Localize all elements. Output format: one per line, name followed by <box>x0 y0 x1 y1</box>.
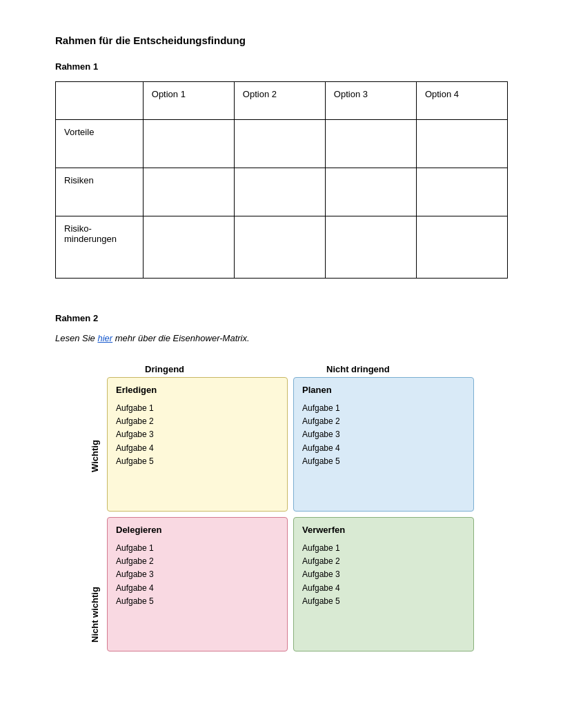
decision-table: Option 1 Option 2 Option 3 Option 4 Vort… <box>55 81 508 279</box>
erledigen-task-5: Aufgabe 5 <box>116 455 279 468</box>
matrix-side-labels: Wichtig Nicht wichtig <box>83 377 107 694</box>
risikominderungen-cell-2[interactable] <box>234 216 325 279</box>
erledigen-task-1: Aufgabe 1 <box>116 402 279 415</box>
table-row-risiken: Risiken <box>56 168 508 216</box>
cell-erledigen[interactable]: Erledigen Aufgabe 1 Aufgabe 2 Aufgabe 3 … <box>107 377 288 512</box>
risiken-cell-3[interactable] <box>325 168 416 216</box>
row-label-risiken: Risiken <box>56 168 144 216</box>
risikominderungen-cell-1[interactable] <box>143 216 234 279</box>
planen-task-1: Aufgabe 1 <box>302 402 465 415</box>
planen-task-3: Aufgabe 3 <box>302 428 465 441</box>
matrix-top-labels: Dringend Nicht dringend <box>145 364 508 374</box>
planen-task-5: Aufgabe 5 <box>302 455 465 468</box>
cell-verwerfen[interactable]: Verwerfen Aufgabe 1 Aufgabe 2 Aufgabe 3 … <box>293 517 474 651</box>
matrix-grid: Erledigen Aufgabe 1 Aufgabe 2 Aufgabe 3 … <box>107 377 474 694</box>
rahmen2-intro: Lesen Sie hier mehr über die Eisenhower-… <box>55 333 508 343</box>
delegieren-task-4: Aufgabe 4 <box>116 582 279 595</box>
main-title: Rahmen für die Entscheidungsfindung <box>55 34 508 46</box>
cell-planen[interactable]: Planen Aufgabe 1 Aufgabe 2 Aufgabe 3 Auf… <box>293 377 474 512</box>
delegieren-title: Delegieren <box>116 525 279 535</box>
planen-title: Planen <box>302 385 465 395</box>
verwerfen-task-3: Aufgabe 3 <box>302 568 465 581</box>
rahmen1-title: Rahmen 1 <box>55 61 508 72</box>
eisenhower-matrix: Dringend Nicht dringend Wichtig Nicht wi… <box>55 364 508 694</box>
erledigen-title: Erledigen <box>116 385 279 395</box>
delegieren-task-1: Aufgabe 1 <box>116 542 279 555</box>
verwerfen-task-5: Aufgabe 5 <box>302 595 465 608</box>
vorteile-cell-1[interactable] <box>143 120 234 168</box>
table-row-vorteile: Vorteile <box>56 120 508 168</box>
intro-text-before: Lesen Sie <box>55 333 97 343</box>
side-label-wichtig: Wichtig <box>83 377 107 536</box>
row-label-risikominderungen: Risiko-minderungen <box>56 216 144 279</box>
table-header-row: Option 1 Option 2 Option 3 Option 4 <box>56 82 508 120</box>
erledigen-task-3: Aufgabe 3 <box>116 428 279 441</box>
erledigen-task-4: Aufgabe 4 <box>116 442 279 455</box>
top-label-nicht-dringend: Nicht dringend <box>326 364 508 374</box>
risikominderungen-cell-3[interactable] <box>325 216 416 279</box>
header-option2: Option 2 <box>234 82 325 120</box>
row-label-vorteile: Vorteile <box>56 120 144 168</box>
header-option1: Option 1 <box>143 82 234 120</box>
risiken-cell-2[interactable] <box>234 168 325 216</box>
side-label-nicht-wichtig: Nicht wichtig <box>83 536 107 694</box>
delegieren-task-2: Aufgabe 2 <box>116 555 279 568</box>
matrix-body: Wichtig Nicht wichtig Erledigen Aufgabe … <box>83 377 508 694</box>
matrix-row-2: Delegieren Aufgabe 1 Aufgabe 2 Aufgabe 3… <box>107 517 474 651</box>
intro-text-after: mehr über die Eisenhower-Matrix. <box>112 333 249 343</box>
vorteile-cell-2[interactable] <box>234 120 325 168</box>
table-row-risikominderungen: Risiko-minderungen <box>56 216 508 279</box>
delegieren-task-3: Aufgabe 3 <box>116 568 279 581</box>
risiken-cell-4[interactable] <box>416 168 507 216</box>
erledigen-task-2: Aufgabe 2 <box>116 415 279 428</box>
cell-delegieren[interactable]: Delegieren Aufgabe 1 Aufgabe 2 Aufgabe 3… <box>107 517 288 651</box>
planen-task-2: Aufgabe 2 <box>302 415 465 428</box>
risikominderungen-cell-4[interactable] <box>416 216 507 279</box>
verwerfen-task-4: Aufgabe 4 <box>302 582 465 595</box>
header-option3: Option 3 <box>325 82 416 120</box>
verwerfen-title: Verwerfen <box>302 525 465 535</box>
verwerfen-task-2: Aufgabe 2 <box>302 555 465 568</box>
verwerfen-task-1: Aufgabe 1 <box>302 542 465 555</box>
rahmen2-section: Rahmen 2 Lesen Sie hier mehr über die Ei… <box>55 313 508 694</box>
vorteile-cell-3[interactable] <box>325 120 416 168</box>
risiken-cell-1[interactable] <box>143 168 234 216</box>
matrix-row-1: Erledigen Aufgabe 1 Aufgabe 2 Aufgabe 3 … <box>107 377 474 512</box>
top-label-dringend: Dringend <box>145 364 326 374</box>
eisenhower-link[interactable]: hier <box>97 333 112 343</box>
rahmen2-title: Rahmen 2 <box>55 313 508 323</box>
vorteile-cell-4[interactable] <box>416 120 507 168</box>
header-empty-cell <box>56 82 144 120</box>
delegieren-task-5: Aufgabe 5 <box>116 595 279 608</box>
planen-task-4: Aufgabe 4 <box>302 442 465 455</box>
header-option4: Option 4 <box>416 82 507 120</box>
